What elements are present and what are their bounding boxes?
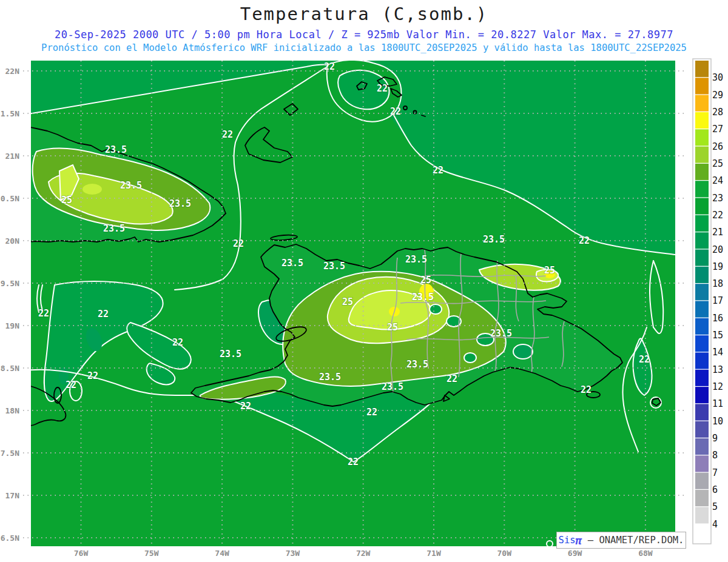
colorbar-cell [695,147,709,163]
colorbar-cell [695,524,709,541]
temperature-shading [21,58,687,547]
colorbar-tick: 10 [712,416,723,427]
colorbar-cell [695,301,709,317]
lon-label: 68W [638,549,653,558]
colorbar-cell [695,421,709,438]
colorbar-tick: 4 [712,519,718,530]
lon-label: 70W [497,549,512,558]
colorbar-cell [695,215,709,232]
contour-label-22: 22 [66,380,76,390]
contour-label-23.5: 23.5 [323,261,345,272]
colorbar-tick: 29 [712,90,723,101]
colorbar-tick: 14 [712,347,723,358]
colorbar-tick: 9 [712,433,718,444]
contour-label-25: 25 [61,195,72,206]
contour-label-22: 22 [390,106,401,117]
colorbar-cell [695,370,709,386]
lat-label: 20N [5,236,20,246]
contour-label-22: 22 [639,354,650,365]
colorbar-cell [695,473,709,489]
lat-label: 7.5N [1,449,19,458]
contour-label-23.5: 23.5 [490,328,512,339]
sispi-logo-pi: π [576,534,582,547]
colorbar-tick: 5 [712,501,718,512]
sispi-logo-sis: Sis [559,535,576,546]
colorbar-tick: 21 [712,227,723,238]
contour-label-25: 25 [420,275,431,286]
contour-label-23.5: 23.5 [169,198,191,209]
colorbar-cell [695,250,709,266]
colorbar-cell [695,198,709,215]
colorbar-tick: 7 [712,467,718,478]
lon-label: 75W [144,549,159,558]
contour-label-22: 22 [447,373,457,384]
lat-label: 1.5N [1,109,19,118]
colorbar-tick: 16 [712,313,723,324]
colorbar-cell [695,61,709,77]
colorbar-cell [695,404,709,420]
colorbar-cell [695,284,709,300]
lon-label: 71W [426,549,441,558]
lat-label: 19N [5,321,20,330]
contour-label-22: 22 [233,238,244,249]
lon-label: 69W [568,549,582,558]
cuba-warm-spot [83,184,102,195]
contour-label-25: 25 [544,265,555,276]
colorbar-cell [695,95,709,112]
colorbar-cell [695,438,709,455]
colorbar-tick: 26 [712,141,723,152]
contour-label-23.5: 23.5 [483,234,505,245]
lat-label: 17N [5,491,20,500]
contour-label-25: 25 [387,322,398,333]
contour-label-23.5: 23.5 [281,258,303,269]
contour-label-25: 25 [342,296,353,307]
colorbar-cell [695,455,709,472]
lat-label: 18N [5,406,20,415]
colorbar-tick: 24 [712,175,723,186]
latitude-axis: 22N1.5N21N0.5N20N9.5N19N8.5N18N7.5N17N6.… [1,67,19,543]
colorbar-tick: 30 [712,72,723,83]
contour-label-23.5: 23.5 [319,372,341,383]
colorbar-cell [695,164,709,180]
contour-label-22: 22 [87,370,98,381]
contour-label-22: 22 [581,384,592,395]
contour-label-22: 22 [222,129,233,140]
coast-fragment-left-1 [21,378,29,381]
forecast-map: 22222222222222222222222222222222222223.5… [0,0,728,562]
contour-label-22: 22 [172,337,183,348]
lat-label: 0.5N [1,194,19,203]
colorbar-cell [695,267,709,283]
colorbar-tick: 28 [712,107,723,118]
contour-label-22: 22 [240,401,251,412]
colorbar-tick: 22 [712,210,723,221]
contour-label-22: 22 [377,83,388,94]
colorbar-tick: 13 [712,364,723,375]
colorbar-cell [695,490,709,506]
contour-label-23.5: 23.5 [120,180,142,191]
lon-label: 73W [286,549,300,558]
colorbar-ticks: 3029282726252423222120191817161514131211… [712,72,723,529]
colorbar-tick: 12 [712,381,723,392]
colorbar-cell [695,112,709,129]
colorbar-cell [695,387,709,403]
contour-label-23.5: 23.5 [412,292,434,303]
contour-label-23.5: 23.5 [382,381,403,392]
colorbar-tick: 18 [712,278,723,289]
weather-map-page: Temperatura (C,somb.) 20-Sep-2025 2000 U… [0,0,728,562]
colorbar-cell [695,232,709,249]
colorbar-tick: 27 [712,124,723,135]
colorbar-tick: 25 [712,158,723,169]
lon-label: 76W [74,549,89,558]
lon-label: 72W [356,549,371,558]
coast-fragment-left-2 [21,413,29,415]
branding-text: – ONAMET/REP.DOM. [582,535,684,546]
branding-box: Sisπ – ONAMET/REP.DOM. [556,532,686,549]
contour-label-22: 22 [433,165,443,176]
contour-label-22: 22 [366,407,377,418]
contour-label-22: 22 [38,308,49,319]
colorbar-tick: 15 [712,330,723,341]
lat-label: 21N [5,152,20,161]
contour-label-22: 22 [348,457,359,467]
colorbar-cell [695,181,709,197]
colorbar-tick: 23 [712,193,723,204]
